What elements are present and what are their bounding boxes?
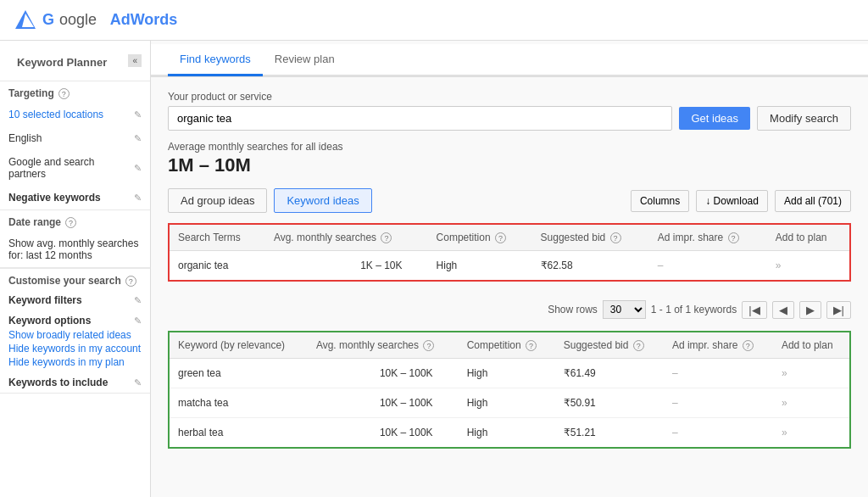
keywords-to-include-label: Keywords to include <box>8 377 108 388</box>
kw-col-suggested-bid: Suggested bid ? <box>555 332 664 359</box>
logo-g: G <box>42 11 54 29</box>
keyword-planner-title: Keyword Planner <box>8 47 115 74</box>
keywords-to-include-edit-icon[interactable]: ✎ <box>134 377 142 388</box>
ideas-toolbar: Ad group ideas Keyword ideas Columns ↓ D… <box>168 188 851 213</box>
pagination-row: Show rows 30 50 100 1 - 1 of 1 keywords … <box>168 295 851 324</box>
avg-searches-label: Average monthly searches for all ideas <box>168 141 851 153</box>
cell-avg: 10K – 100K <box>308 418 459 449</box>
keyword-ideas-tab[interactable]: Keyword ideas <box>274 188 371 213</box>
tabs-container: Find keywords Review plan <box>151 44 868 77</box>
locations-text: 10 selected locations <box>8 109 103 120</box>
keyword-filters-row: Keyword filters ✎ <box>0 290 150 310</box>
cell-adimpr: – <box>664 418 773 449</box>
ad-impr-help-icon[interactable]: ? <box>728 232 739 243</box>
tabs-bar: Find keywords Review plan <box>151 44 868 76</box>
date-range-label: Date range <box>8 216 61 228</box>
network-text: Google and search partners <box>8 156 134 180</box>
targeting-label: Targeting <box>8 87 54 99</box>
keywords-to-include-row: Keywords to include ✎ <box>0 372 150 393</box>
kw-suggested-bid-help-icon[interactable]: ? <box>633 340 644 351</box>
add-all-button[interactable]: Add all (701) <box>775 190 851 212</box>
kw-col-avg-monthly: Avg. monthly searches ? <box>308 332 459 359</box>
network-edit-icon[interactable]: ✎ <box>134 163 142 174</box>
logo-oogle: oogle <box>59 11 97 29</box>
sidebar-item-locations[interactable]: 10 selected locations ✎ <box>0 103 150 126</box>
sidebar: Keyword Planner « Targeting ? 10 selecte… <box>0 41 151 497</box>
modify-search-button[interactable]: Modify search <box>757 106 851 131</box>
cell-competition: High <box>459 359 555 388</box>
date-range-help-icon[interactable]: ? <box>65 217 76 228</box>
kw-avg-monthly-help-icon[interactable]: ? <box>423 340 434 351</box>
negative-keywords-text: Negative keywords <box>8 192 101 204</box>
adwords-logo-icon <box>14 8 37 32</box>
cell-bid: ₹50.91 <box>555 388 664 418</box>
kw-col-add-to-plan: Add to plan <box>773 332 850 359</box>
download-button[interactable]: ↓ Download <box>696 190 768 212</box>
columns-button[interactable]: Columns <box>631 190 689 212</box>
negative-keywords-edit-icon[interactable]: ✎ <box>134 193 142 204</box>
col-avg-monthly: Avg. monthly searches ? <box>265 224 428 251</box>
language-edit-icon[interactable]: ✎ <box>134 133 142 144</box>
kw-option-broadly-related[interactable]: Show broadly related ideas <box>0 328 150 342</box>
kw-col-keyword: Keyword (by relevance) <box>169 332 308 359</box>
customise-section: Customise your search ? Keyword filters … <box>0 269 150 394</box>
keyword-ideas-table: Keyword (by relevance) Avg. monthly sear… <box>168 331 851 449</box>
keyword-filters-label: Keyword filters <box>8 294 82 306</box>
next-page-btn[interactable]: ▶ <box>799 301 821 319</box>
get-ideas-button[interactable]: Get ideas <box>679 107 750 130</box>
search-input[interactable] <box>168 106 672 131</box>
kw-ad-impr-help-icon[interactable]: ? <box>743 340 754 351</box>
locations-edit-icon[interactable]: ✎ <box>134 109 142 120</box>
sidebar-item-language[interactable]: English ✎ <box>0 126 150 150</box>
keyword-options-edit-icon[interactable]: ✎ <box>134 316 142 327</box>
sidebar-item-network[interactable]: Google and search partners ✎ <box>0 150 150 186</box>
sidebar-collapse-btn[interactable]: « <box>128 54 142 67</box>
show-rows-label: Show rows <box>548 304 598 316</box>
suggested-bid-help-icon[interactable]: ? <box>610 232 621 243</box>
sidebar-header: Keyword Planner « <box>0 41 150 81</box>
rows-per-page-select[interactable]: 30 50 100 <box>603 300 646 319</box>
cell-keyword: herbal tea <box>169 418 308 449</box>
cell-add[interactable]: » <box>767 251 850 282</box>
table-row: matcha tea 10K – 100K High ₹50.91 – » <box>169 388 850 418</box>
cell-competition: High <box>428 251 532 282</box>
kw-col-competition: Competition ? <box>459 332 555 359</box>
tab-review-plan[interactable]: Review plan <box>263 44 347 76</box>
cell-add[interactable]: » <box>773 388 850 418</box>
ad-group-ideas-tab[interactable]: Ad group ideas <box>168 188 267 213</box>
date-range-value[interactable]: Show avg. monthly searches for: last 12 … <box>0 232 150 268</box>
col-add-to-plan: Add to plan <box>767 224 850 251</box>
content-area: Your product or service Get ideas Modify… <box>151 77 868 476</box>
kw-option-hide-account[interactable]: Hide keywords in my account <box>0 342 150 355</box>
search-terms-table: Search Terms Avg. monthly searches ? Com… <box>168 223 851 282</box>
toolbar-right: Columns ↓ Download Add all (701) <box>631 190 851 212</box>
last-page-btn[interactable]: ▶| <box>826 301 851 319</box>
cell-avg: 10K – 100K <box>308 359 459 388</box>
avg-monthly-help-icon[interactable]: ? <box>381 232 392 243</box>
cell-keyword: green tea <box>169 359 308 388</box>
cell-add[interactable]: » <box>773 359 850 388</box>
targeting-section: Targeting ? 10 selected locations ✎ Engl… <box>0 81 150 210</box>
cell-bid: ₹51.21 <box>555 418 664 449</box>
col-competition: Competition ? <box>428 224 532 251</box>
language-text: English <box>8 132 42 144</box>
sidebar-item-negative-keywords[interactable]: Negative keywords ✎ <box>0 186 150 209</box>
cell-add[interactable]: » <box>773 418 850 449</box>
tab-find-keywords[interactable]: Find keywords <box>168 44 263 76</box>
competition-help-icon[interactable]: ? <box>495 232 506 243</box>
cell-bid: ₹62.58 <box>532 251 649 282</box>
first-page-btn[interactable]: |◀ <box>742 301 766 319</box>
table-row: herbal tea 10K – 100K High ₹51.21 – » <box>169 418 850 449</box>
date-range-section: Date range ? Show avg. monthly searches … <box>0 210 150 269</box>
kw-competition-help-icon[interactable]: ? <box>526 340 537 351</box>
keyword-filters-edit-icon[interactable]: ✎ <box>134 295 142 306</box>
cell-avg: 10K – 100K <box>308 388 459 418</box>
targeting-help-icon[interactable]: ? <box>58 88 70 99</box>
table-row: green tea 10K – 100K High ₹61.49 – » <box>169 359 850 388</box>
customise-help-icon[interactable]: ? <box>125 276 136 287</box>
cell-competition: High <box>459 388 555 418</box>
prev-page-btn[interactable]: ◀ <box>772 301 794 319</box>
kw-option-hide-plan[interactable]: Hide keywords in my plan <box>0 355 150 369</box>
cell-adimpr: – <box>649 251 767 282</box>
avg-searches-value: 1M – 10M <box>168 154 851 176</box>
